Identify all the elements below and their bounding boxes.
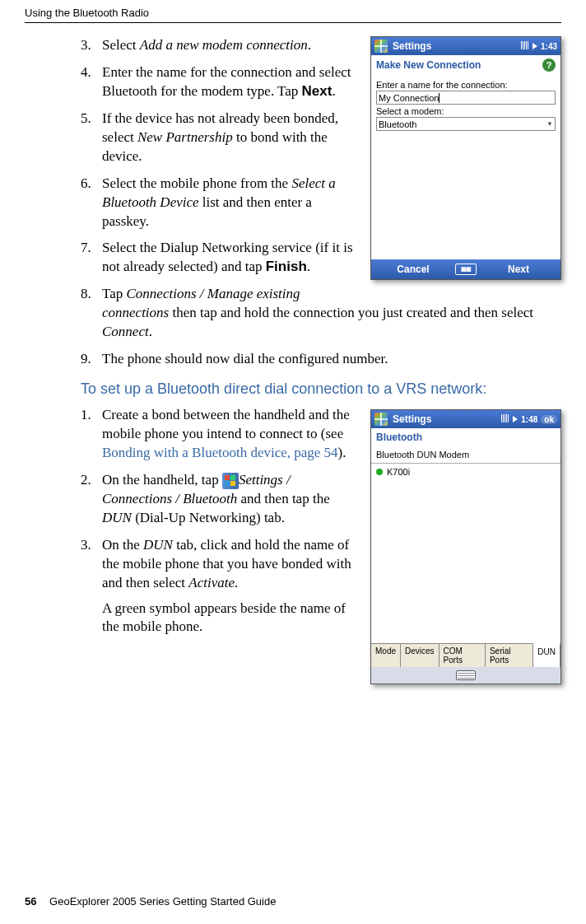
step-text: Create a bond between the handheld and t… <box>102 407 350 441</box>
step-tail2: . <box>149 324 152 339</box>
footer-title: GeoExplorer 2005 Series Getting Started … <box>49 895 276 908</box>
step-sub-paragraph: A green symbol appears beside the name o… <box>102 600 561 637</box>
cross-reference-link[interactable]: Bonding with a Bluetooth device, page 54 <box>102 445 338 460</box>
step-bold: Finish <box>266 259 307 274</box>
step-italic2: Connect <box>102 324 149 339</box>
page-number: 56 <box>25 895 36 908</box>
subsection-heading: To set up a Bluetooth direct dial connec… <box>81 380 561 398</box>
instruction-list-a: 3. Select Add a new modem connection. 4.… <box>81 36 561 369</box>
tab-dun[interactable]: DUN <box>533 643 560 667</box>
step-italic: DUN <box>143 537 173 553</box>
step-number: 8. <box>81 285 91 304</box>
running-header: Using the Bluetooth Radio <box>25 7 561 19</box>
step-number: 7. <box>81 239 91 258</box>
step-italic: Add a new modem connection <box>140 37 308 53</box>
step-number: 6. <box>81 175 91 194</box>
step-tail: and then tap the <box>237 491 329 506</box>
step-text: Select the Dialup Networking service (if… <box>102 240 353 274</box>
step-tail: ). <box>338 445 346 460</box>
step-number: 2. <box>81 471 91 490</box>
start-flag-icon <box>222 473 239 489</box>
svg-rect-2 <box>225 481 230 486</box>
step-bold: Next <box>302 83 333 99</box>
step-italic2: Activate <box>188 575 235 590</box>
step-number: 3. <box>81 536 91 555</box>
tab-com-ports[interactable]: COM Ports <box>440 644 486 667</box>
step-text: Tap <box>102 286 127 301</box>
step-text: On the handheld, tap <box>102 472 222 488</box>
header-rule <box>25 22 561 23</box>
step-number: 4. <box>81 63 91 82</box>
step-number: 1. <box>81 406 91 425</box>
step-italic: New Partnership <box>137 129 233 145</box>
step-tail2: . <box>235 575 238 590</box>
tab-serial-ports[interactable]: Serial Ports <box>486 644 533 667</box>
step-text: The phone should now dial the configured… <box>102 351 388 366</box>
tab-devices[interactable]: Devices <box>401 644 440 667</box>
step-tail: then tap and hold the connection you jus… <box>169 305 533 320</box>
instruction-list-b: 1.Create a bond between the handheld and… <box>81 406 561 637</box>
step-text: Select the mobile phone from the <box>102 175 291 191</box>
step-italic2: DUN <box>102 510 132 525</box>
step-number: 9. <box>81 350 91 369</box>
step-text: Select <box>102 37 140 53</box>
page-footer: 56 GeoExplorer 2005 Series Getting Start… <box>25 895 276 908</box>
tab-bar: Mode Devices COM Ports Serial Ports DUN <box>371 643 560 667</box>
keyboard-icon[interactable] <box>456 670 476 680</box>
svg-rect-3 <box>230 481 235 486</box>
step-tail: . <box>308 37 311 53</box>
step-tail: . <box>307 259 310 274</box>
tab-mode[interactable]: Mode <box>371 644 401 667</box>
step-tail: . <box>332 83 335 99</box>
step-tail2: (Dial-Up Networking) tab. <box>132 510 285 525</box>
step-number: 3. <box>81 36 91 55</box>
step-number: 5. <box>81 110 91 128</box>
step-text: On the <box>102 537 143 553</box>
svg-rect-0 <box>225 475 230 480</box>
svg-rect-1 <box>230 475 235 480</box>
sip-bar <box>371 667 560 684</box>
